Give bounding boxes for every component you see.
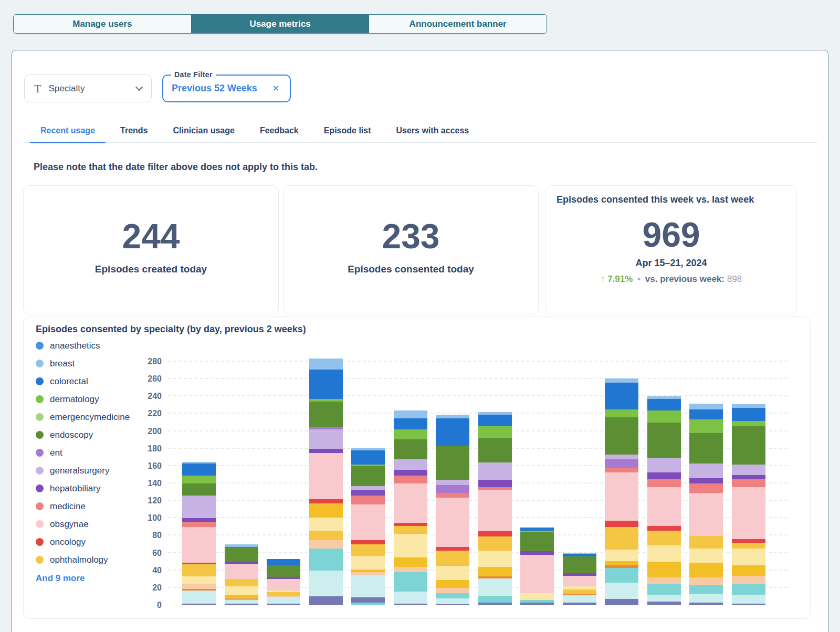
- bar-segment-other_slate: [182, 604, 216, 605]
- bar-segment-colorectal: [478, 415, 512, 426]
- bar-segment-other_gold_dark: [309, 503, 343, 518]
- bar-segment-hepatobiliary: [732, 475, 765, 479]
- bar-segment-dermatology: [182, 476, 216, 483]
- bar-segment-other_slate: [605, 599, 638, 605]
- bar-segment-obsgynae: [732, 487, 765, 539]
- subtab-trends[interactable]: Trends: [110, 122, 158, 142]
- arrow-up-icon: ↑: [601, 274, 605, 284]
- card-episodes-created-today: 244 Episodes created today: [23, 185, 279, 314]
- episodes-created-value: 244: [24, 216, 278, 256]
- card-episodes-consented-today: 233 Episodes consented today: [283, 185, 539, 314]
- y-axis-tick: 180: [138, 444, 162, 454]
- top-tab-usage-metrics[interactable]: Usage metrics: [192, 15, 370, 33]
- text-type-icon: T: [34, 82, 41, 96]
- date-filter-label: Date Filter: [171, 70, 216, 79]
- bullet-separator: •: [635, 274, 643, 284]
- legend-more-link[interactable]: And 9 more: [36, 573, 85, 584]
- bar-segment-dermatology: [732, 421, 765, 426]
- bar-segment-obsgynae: [478, 490, 512, 532]
- bar-segment-hepatobiliary: [689, 478, 723, 483]
- card-week-vs-week: Episodes consented this week vs. last we…: [545, 185, 797, 314]
- top-tab-manage-users[interactable]: Manage users: [14, 15, 192, 33]
- bar-segment-other_cyan_light: [605, 583, 638, 599]
- episodes-consented-value: 233: [284, 216, 538, 256]
- subtab-feedback[interactable]: Feedback: [249, 122, 309, 142]
- bar-segment-ophthalmology: [689, 536, 723, 549]
- bar-segment-colorectal: [351, 450, 385, 465]
- bar-day-13: [689, 404, 723, 605]
- bar-segment-hepatobiliary: [647, 472, 681, 479]
- bar-segment-oncology: [394, 523, 427, 526]
- top-tab-announcement-banner[interactable]: Announcement banner: [369, 15, 547, 33]
- bar-segment-colorectal: [689, 409, 723, 419]
- bar-segment-other_teal: [689, 585, 723, 594]
- legend-dot: [36, 377, 44, 385]
- bar-segment-generalsurgery: [436, 480, 469, 485]
- bar-day-1: [182, 462, 216, 605]
- chart-legend: anaestheticsbreastcolorectaldermatologye…: [36, 340, 130, 565]
- bar-segment-ent: [605, 459, 638, 468]
- bar-segment-other_gold_dark: [732, 565, 765, 576]
- bar-segment-endoscopy: [225, 547, 258, 562]
- legend-dot: [36, 342, 44, 350]
- bar-segment-other_gold_dark: [478, 567, 512, 576]
- bar-day-10: [563, 553, 596, 605]
- bar-segment-ophthalmology: [605, 527, 638, 550]
- bar-day-4: [309, 359, 343, 605]
- bar-segment-other_yellow_pale: [394, 534, 427, 557]
- legend-label: breast: [50, 359, 75, 369]
- bar-segment-other_slate: [394, 604, 427, 605]
- legend-label: emergencymedicine: [50, 412, 130, 423]
- subtab-episode-list[interactable]: Episode list: [313, 122, 382, 142]
- comparison-label: vs. previous week:: [645, 274, 724, 284]
- bar-segment-breast: [689, 404, 723, 410]
- subtab-users-with-access[interactable]: Users with access: [386, 122, 480, 142]
- bar-segment-obsgynae: [225, 564, 258, 580]
- bar-segment-other_gold_dark: [689, 563, 723, 577]
- specialty-dropdown[interactable]: T Specialty: [24, 75, 152, 102]
- bar-segment-hepatobiliary: [309, 449, 343, 453]
- legend-label: hepatobiliary: [50, 483, 100, 494]
- date-filter-note: Please note that the date filter above d…: [34, 162, 318, 173]
- bar-segment-breast: [394, 410, 427, 418]
- week-delta-row: ↑ 7.91% • vs. previous week: 898: [546, 274, 796, 285]
- bar-segment-dermatology: [647, 410, 681, 423]
- bar-segment-other_cyan_light: [647, 595, 681, 602]
- comparison-value: 898: [727, 274, 742, 284]
- legend-label: ent: [50, 448, 62, 458]
- date-filter-chip[interactable]: Date Filter Previous 52 Weeks ✕: [162, 75, 291, 102]
- bar-segment-other_slate: [689, 603, 723, 605]
- bar-segment-other_teal: [605, 568, 638, 583]
- bar-segment-oncology: [647, 526, 681, 530]
- legend-dot: [36, 449, 44, 457]
- legend-item-ophthalmology: ophthalmology: [36, 554, 130, 565]
- bar-segment-endoscopy: [394, 439, 427, 459]
- subtab-clinician-usage[interactable]: Clinician usage: [163, 122, 245, 142]
- legend-item-medicine: medicine: [36, 501, 130, 512]
- legend-dot: [36, 538, 44, 546]
- week-date-range: Apr 15–21, 2024: [546, 258, 796, 269]
- delta-percent: 7.91%: [607, 274, 633, 284]
- subtab-recent-usage[interactable]: Recent usage: [30, 122, 106, 142]
- y-axis-tick: 120: [138, 496, 162, 505]
- bar-day-8: [478, 412, 512, 605]
- bar-segment-other_slate: [478, 603, 512, 605]
- clear-filter-icon[interactable]: ✕: [270, 82, 281, 94]
- bar-segment-endoscopy: [647, 423, 681, 458]
- gridline: [168, 378, 788, 379]
- bar-segment-endoscopy: [563, 556, 596, 573]
- bar-segment-other_gold_dark: [394, 557, 427, 567]
- bar-segment-obsgynae: [436, 498, 469, 547]
- bar-segment-medicine: [182, 522, 216, 527]
- episodes-created-label: Episodes created today: [24, 264, 278, 275]
- bar-segment-obsgynae: [647, 487, 681, 526]
- legend-item-oncology: oncology: [36, 536, 130, 547]
- bar-segment-other_gold_dark: [436, 580, 469, 588]
- bar-segment-other_slate: [732, 604, 765, 605]
- legend-label: ophthalmology: [50, 555, 108, 565]
- bar-segment-generalsurgery: [309, 429, 343, 448]
- y-axis-tick: 220: [138, 409, 162, 418]
- bar-day-14: [732, 404, 765, 605]
- bar-segment-endoscopy: [351, 466, 385, 486]
- bar-segment-colorectal: [182, 464, 216, 476]
